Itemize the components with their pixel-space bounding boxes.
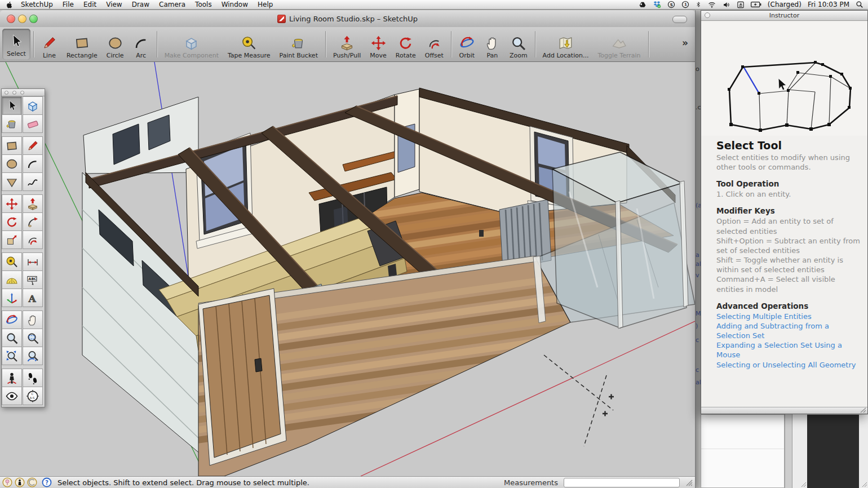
palette-scale[interactable] [2,230,22,249]
input-menu-icon[interactable] [737,1,745,8]
instructor-link[interactable]: Expanding a Selection Set Using a Mouse [716,340,861,360]
background-scrollbar[interactable] [785,414,792,488]
instructor-link[interactable]: Adding and Subtracting from a Selection … [716,321,861,340]
instructor-title-bar[interactable]: Instructor [701,11,867,21]
toolbar-toggle-pill[interactable] [672,16,687,23]
bluetooth-menu-icon[interactable] [696,1,701,8]
toolbar-select[interactable]: Select [2,29,30,60]
palette-freehand[interactable] [23,172,43,191]
measurements-input[interactable] [564,478,680,487]
toolbar-zoom[interactable]: Zoom [505,27,532,61]
menu-item[interactable]: Window [222,1,248,8]
sync-menu-icon[interactable]: 1 [681,1,689,8]
palette-rotate[interactable] [2,212,22,231]
palette-rectangle[interactable] [2,136,22,155]
resize-grip-icon[interactable] [861,481,867,487]
model-info-button[interactable] [15,477,25,487]
palette-dimension[interactable] [23,252,43,271]
window-resize-grip[interactable] [685,479,693,486]
instructor-link[interactable]: Selecting or Unselecting All Geometry [716,360,861,370]
zoom-button[interactable] [29,15,38,23]
menu-item[interactable]: Draw [132,1,149,8]
palette-arc[interactable] [23,154,43,173]
toolbar-paint-bucket[interactable]: Paint Bucket [275,27,322,61]
palette-title-bar[interactable] [2,89,45,96]
palette-offset[interactable] [23,230,43,249]
palette-axes[interactable] [2,289,22,307]
toolbar-orbit[interactable]: Orbit [454,27,480,61]
palette-zoom-previous[interactable] [23,347,43,365]
apple-menu[interactable] [6,1,13,8]
toolbar-circle[interactable]: Circle [102,27,129,61]
palette-position-camera[interactable] [2,369,22,387]
toolbar-arc[interactable]: Arc [129,27,154,61]
palette-zoom-button[interactable] [20,91,24,95]
menu-item[interactable]: File [63,1,74,8]
wifi-menu-icon[interactable] [707,1,716,8]
toolbar-add-location[interactable]: Add Location... [538,27,594,61]
palette-walk[interactable] [23,369,43,387]
battery-menu-icon[interactable] [751,1,761,8]
volume-menu-icon[interactable] [723,1,730,8]
palette-protractor[interactable] [2,270,22,289]
toolbar-push-pull[interactable]: Push/Pull [329,27,365,61]
toolbar-rotate[interactable]: Rotate [391,27,420,61]
toolbar-offset[interactable]: Offset [420,27,448,61]
spotlight-icon[interactable] [856,1,863,8]
dropbox-menu-icon[interactable] [653,1,661,8]
menu-item[interactable]: Camera [159,1,185,8]
toolbar-overflow-chevron[interactable]: » [676,37,694,48]
toolbar-separator[interactable] [535,31,535,57]
menu-item[interactable]: Edit [83,1,96,8]
palette-eraser[interactable] [23,114,43,133]
palette-move[interactable] [2,194,22,213]
palette-polygon[interactable] [2,172,22,191]
toolbar-separator[interactable] [451,31,451,57]
palette-zoom-window[interactable] [23,329,43,347]
instructor-link[interactable]: Selecting Multiple Entities [716,312,861,321]
palette-orbit[interactable] [2,310,22,329]
toolbar-separator[interactable] [157,31,157,57]
geolocation-button[interactable] [2,477,12,487]
toolbar-line[interactable]: Line [37,27,62,61]
palette-pan[interactable] [23,310,43,329]
palette-section-plane[interactable] [23,387,43,405]
toolbar-tape-measure[interactable]: Tape Measure [223,27,275,61]
drive-menu-icon[interactable] [639,1,646,8]
toolbar-separator[interactable] [325,31,326,57]
palette-paint-bucket[interactable] [2,114,22,133]
palette-make-component[interactable] [23,96,43,115]
menu-clock[interactable]: Fri 10:03 PM [808,1,849,8]
toolbar-toggle-terrain[interactable]: Toggle Terrain [593,27,645,61]
close-button[interactable] [7,15,15,23]
s-badge-menu-icon[interactable]: S [667,1,675,8]
instructor-resize-grip[interactable] [860,407,866,413]
help-button[interactable]: ? [42,477,52,487]
toolbar-pan[interactable]: Pan [480,27,505,61]
palette-push-pull[interactable] [23,194,43,213]
toolbar-make-component[interactable]: Make Component [160,27,223,61]
menu-item[interactable]: Tools [195,1,212,8]
model-viewport[interactable] [0,62,695,476]
palette-zoom[interactable] [2,329,22,347]
title-bar[interactable]: Living Room Studio.skp – SketchUp [0,10,695,28]
toolbar-rectangle[interactable]: Rectangle [62,27,102,61]
toolbar-move[interactable]: Move [365,27,391,61]
palette-close-button[interactable] [5,91,8,95]
credits-button[interactable] [27,477,37,487]
palette-tape-measure[interactable] [2,252,22,271]
menu-item[interactable]: View [106,1,122,8]
palette-minimize-button[interactable] [12,91,16,95]
palette-line[interactable] [23,136,43,155]
toolbar-separator[interactable] [33,31,34,57]
palette-select[interactable] [2,96,22,115]
palette-follow-me[interactable] [23,212,43,231]
palette-circle[interactable] [2,154,22,173]
resize-grip-icon[interactable] [800,481,807,487]
menu-item[interactable]: SketchUp [21,1,53,8]
palette-3d-text[interactable] [23,289,43,307]
toolbar-separator[interactable] [648,31,649,57]
palette-text[interactable] [23,270,43,289]
instructor-close-button[interactable] [705,12,710,18]
palette-look-around[interactable] [2,387,22,405]
